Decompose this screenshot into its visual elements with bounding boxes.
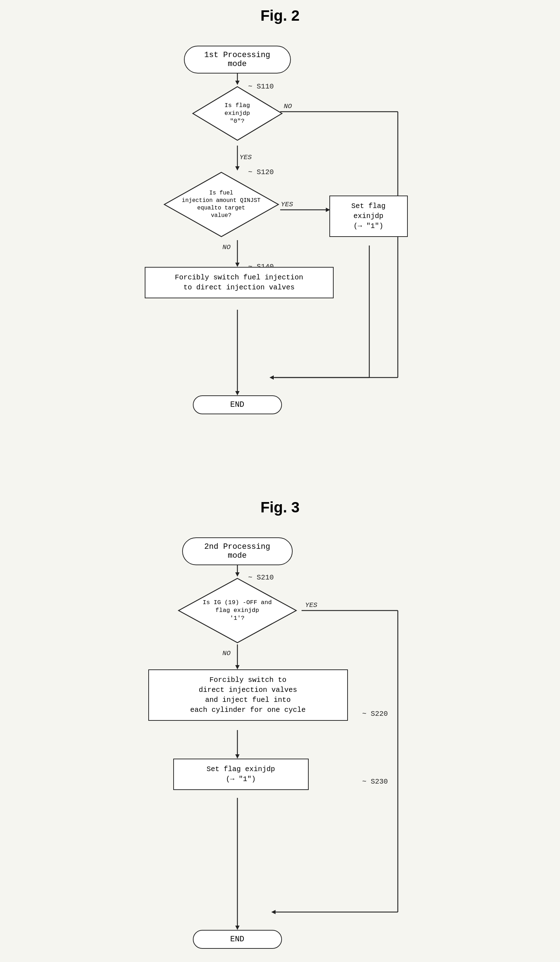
fig3-title: Fig. 3 xyxy=(261,499,300,516)
fig2-title: Fig. 2 xyxy=(261,7,300,24)
svg-marker-3 xyxy=(235,166,240,171)
fig3-start-node: 2nd Processing mode xyxy=(182,537,293,565)
svg-marker-13 xyxy=(235,263,240,267)
svg-marker-7 xyxy=(269,375,274,380)
figure-3-section: Fig. 3 YES NO ~ S2 xyxy=(120,499,441,962)
svg-text:~ S220: ~ S220 xyxy=(362,710,388,718)
svg-marker-30 xyxy=(235,665,240,670)
fig3-flowchart: YES NO ~ S210 ~ S220 ~ S230 2nd Processi… xyxy=(127,527,433,962)
fig2-flowchart: NO YES YES NO ~ S110 ~ S120 ~ S130 ~ S14… xyxy=(127,35,433,484)
fig2-start-node: 1st Processing mode xyxy=(184,46,291,74)
svg-text:~ S230: ~ S230 xyxy=(362,778,388,786)
svg-marker-16 xyxy=(235,391,240,395)
svg-text:YES: YES xyxy=(305,601,318,609)
fig2-diamond1: Is flagexinjdp"0"? xyxy=(191,85,284,142)
figure-2-section: Fig. 2 xyxy=(120,7,441,484)
svg-marker-36 xyxy=(235,754,240,759)
svg-text:NO: NO xyxy=(222,649,231,657)
svg-marker-28 xyxy=(235,572,240,577)
fig2-end-node: END xyxy=(193,395,282,414)
fig3-s220-box: Forcibly switch todirect injection valve… xyxy=(148,670,348,721)
fig2-s130-box: Set flag exinjdp(→ "1") xyxy=(329,195,408,237)
svg-text:YES: YES xyxy=(281,200,293,208)
svg-marker-1 xyxy=(235,81,240,85)
svg-text:NO: NO xyxy=(222,243,231,251)
svg-marker-39 xyxy=(235,926,240,930)
svg-text:NO: NO xyxy=(284,102,292,110)
fig3-s230-box: Set flag exinjdp(→ "1") xyxy=(173,759,309,790)
fig3-end-node: END xyxy=(193,930,282,949)
fig3-diamond1: Is IG (19) -OFF andflag exinjdp'1'? xyxy=(177,577,298,644)
fig2-s140-box: Forcibly switch fuel injectionto direct … xyxy=(145,267,334,298)
svg-text:YES: YES xyxy=(240,153,252,161)
fig2-diamond2: Is fuelinjection amount QINJSTequalto ta… xyxy=(163,171,280,238)
svg-marker-34 xyxy=(271,910,275,914)
